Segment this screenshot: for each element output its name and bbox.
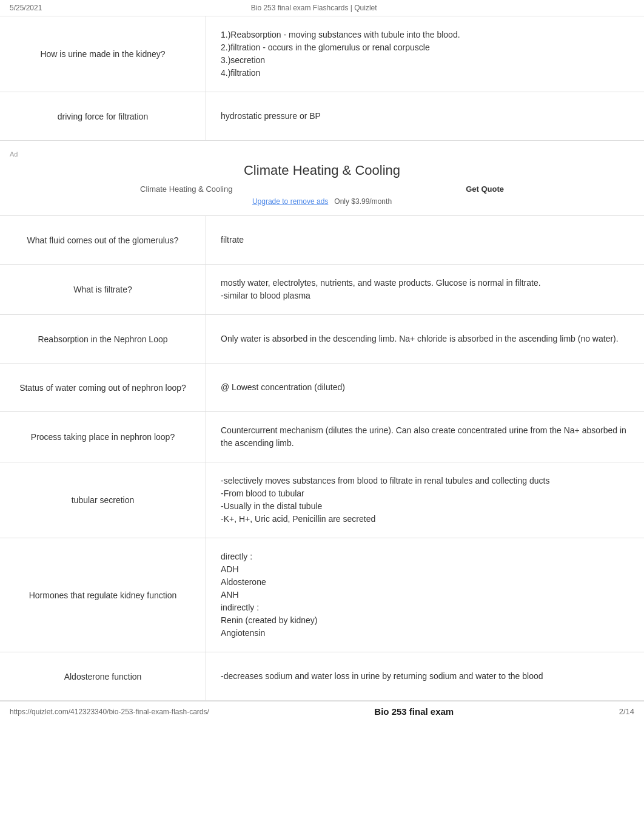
flashcard-row: Hormones that regulate kidney functiondi… <box>0 538 644 652</box>
card-term: tubular secretion <box>0 462 206 538</box>
card-definition: @ Lowest concentration (diluted) <box>206 363 644 411</box>
card-term: Process taking place in nephron loop? <box>0 412 206 462</box>
top-bar-title: Bio 253 final exam Flashcards | Quizlet <box>42 4 586 12</box>
card-term: What is filtrate? <box>0 265 206 314</box>
top-bar-date: 5/25/2021 <box>10 4 42 12</box>
ad-content: Climate Heating & Cooling Climate Heatin… <box>10 163 634 206</box>
definition-text: Countercurrent mechanism (dilutes the ur… <box>221 424 629 450</box>
card-term: Aldosterone function <box>0 652 206 700</box>
definition-text: hydrostatic pressure or BP <box>221 110 321 123</box>
card-term: What fluid comes out of the glomerulus? <box>0 216 206 264</box>
card-definition: 1.)Reabsorption - moving substances with… <box>206 16 644 92</box>
definition-text: 1.)Reabsorption - moving substances with… <box>221 29 460 79</box>
definition-text: filtrate <box>221 234 244 246</box>
card-definition: filtrate <box>206 216 644 264</box>
page-number: 2/14 <box>619 707 634 716</box>
card-definition: directly : ADH Aldosterone ANH indirectl… <box>206 538 644 652</box>
definition-text: directly : ADH Aldosterone ANH indirectl… <box>221 550 318 640</box>
flashcard-row: What is filtrate?mostly water, electroly… <box>0 265 644 315</box>
flashcard-row: Process taking place in nephron loop?Cou… <box>0 412 644 462</box>
ad-row: Ad Climate Heating & Cooling Climate Hea… <box>0 141 644 216</box>
card-term: How is urine made in the kidney? <box>0 16 206 92</box>
flashcard-row: Status of water coming out of nephron lo… <box>0 363 644 412</box>
flashcard-row: What fluid comes out of the glomerulus?f… <box>0 216 644 265</box>
ad-upgrade-row: Upgrade to remove ads Only $3.99/month <box>252 197 392 206</box>
card-term: Reabsorption in the Nephron Loop <box>0 315 206 363</box>
flashcard-row: Reabsorption in the Nephron LoopOnly wat… <box>0 315 644 363</box>
card-term: Hormones that regulate kidney function <box>0 538 206 652</box>
ad-get-quote-button[interactable]: Get Quote <box>466 184 504 194</box>
card-definition: Only water is absorbed in the descending… <box>206 315 644 363</box>
card-definition: mostly water, electrolytes, nutrients, a… <box>206 265 644 314</box>
card-term: Status of water coming out of nephron lo… <box>0 363 206 411</box>
upgrade-link[interactable]: Upgrade to remove ads <box>252 197 328 206</box>
bottom-bar: https://quizlet.com/412323340/bio-253-fi… <box>0 701 644 722</box>
card-term: driving force for filtration <box>0 92 206 140</box>
definition-text: mostly water, electrolytes, nutrients, a… <box>221 277 541 302</box>
flashcard-row: tubular secretion-selectively moves subs… <box>0 462 644 538</box>
ad-company: Climate Heating & Cooling <box>140 184 232 194</box>
card-definition: -decreases sodium and water loss in urin… <box>206 652 644 700</box>
footer-url: https://quizlet.com/412323340/bio-253-fi… <box>10 708 209 716</box>
flashcard-row: Aldosterone function-decreases sodium an… <box>0 652 644 701</box>
definition-text: @ Lowest concentration (diluted) <box>221 381 345 394</box>
footer-title: Bio 253 final exam <box>374 706 454 717</box>
ad-headline: Climate Heating & Cooling <box>244 163 400 178</box>
flashcard-row: driving force for filtrationhydrostatic … <box>0 92 644 141</box>
ad-label: Ad <box>10 150 18 158</box>
flashcard-list: How is urine made in the kidney?1.)Reabs… <box>0 16 644 701</box>
card-definition: Countercurrent mechanism (dilutes the ur… <box>206 412 644 462</box>
ad-row-inner: Climate Heating & Cooling Get Quote <box>140 184 504 194</box>
definition-text: Only water is absorbed in the descending… <box>221 333 619 345</box>
card-definition: hydrostatic pressure or BP <box>206 92 644 140</box>
definition-text: -selectively moves substances from blood… <box>221 475 549 526</box>
flashcard-row: How is urine made in the kidney?1.)Reabs… <box>0 16 644 92</box>
card-definition: -selectively moves substances from blood… <box>206 462 644 538</box>
definition-text: -decreases sodium and water loss in urin… <box>221 670 543 683</box>
top-bar: 5/25/2021 Bio 253 final exam Flashcards … <box>0 0 644 16</box>
ad-price-text: Only $3.99/month <box>334 197 392 206</box>
